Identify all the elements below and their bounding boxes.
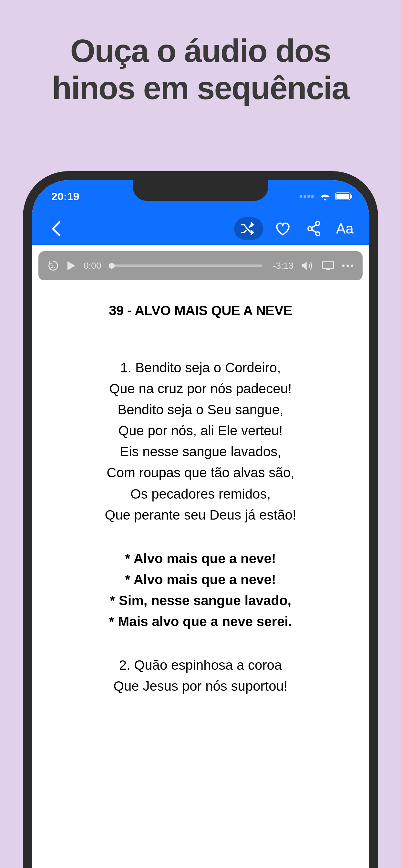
verse-line: Eis nesse sangue lavados,	[45, 441, 356, 462]
hymn-content: 39 - ALVO MAIS QUE A NEVE 1. Bendito sej…	[32, 280, 369, 696]
verse-line: Os pecadores remidos,	[45, 484, 356, 504]
hymn-title: 39 - ALVO MAIS QUE A NEVE	[45, 303, 356, 318]
hymn-verse-1: 1. Bendito seja o Cordeiro, Que na cruz …	[45, 357, 356, 525]
headline-line-2: hinos em sequência	[52, 70, 349, 106]
verse-line: Que Jesus por nós suportou!	[45, 676, 356, 696]
wifi-icon	[319, 192, 331, 201]
phone-notch	[133, 180, 268, 201]
audio-player: 15 0:00 -3:13	[32, 245, 369, 280]
chorus-line: * Alvo mais que a neve!	[45, 569, 356, 590]
verse-line: Que na cruz por nós padeceu!	[45, 378, 356, 399]
svg-rect-2	[351, 195, 352, 198]
promo-headline: Ouça o áudio dos hinos em sequência	[0, 0, 401, 106]
shuffle-button[interactable]	[234, 217, 263, 240]
chorus-line: * Mais alvo que a neve serei.	[45, 611, 356, 632]
font-size-button[interactable]: Aa	[334, 217, 356, 240]
verse-line: Que por nós, ali Ele verteu!	[45, 420, 356, 441]
chorus-line: * Alvo mais que a neve!	[45, 548, 356, 569]
verse-line: Que perante seu Deus já estão!	[45, 504, 356, 525]
share-button[interactable]	[303, 217, 325, 240]
play-button[interactable]	[67, 260, 76, 271]
svg-point-4	[308, 227, 312, 230]
verse-line: 2. Quão espinhosa a coroa	[45, 655, 356, 676]
player-seek-thumb[interactable]	[109, 263, 115, 269]
volume-icon[interactable]	[301, 260, 314, 271]
cellular-dots-icon: ▪▪▪▪	[299, 191, 315, 202]
svg-text:15: 15	[51, 264, 56, 269]
favorite-button[interactable]	[272, 217, 294, 240]
svg-point-9	[346, 265, 349, 267]
status-icons: ▪▪▪▪	[299, 191, 353, 202]
verse-line: Bendito seja o Seu sangue,	[45, 399, 356, 420]
battery-icon	[335, 192, 353, 200]
verse-line: Com roupas que tão alvas são,	[45, 462, 356, 483]
rewind-15-icon[interactable]: 15	[48, 260, 59, 272]
hymn-chorus: * Alvo mais que a neve! * Alvo mais que …	[45, 548, 356, 632]
back-button[interactable]	[45, 217, 67, 240]
svg-point-5	[316, 232, 320, 236]
airplay-icon[interactable]	[322, 260, 334, 271]
more-icon[interactable]	[342, 264, 353, 268]
verse-line: 1. Bendito seja o Cordeiro,	[45, 357, 356, 378]
svg-point-10	[351, 265, 353, 267]
font-size-label: Aa	[336, 221, 353, 237]
svg-rect-1	[336, 194, 349, 199]
player-current-time: 0:00	[84, 260, 101, 271]
status-time: 20:19	[51, 190, 80, 203]
svg-point-8	[342, 265, 345, 267]
headline-line-1: Ouça o áudio dos	[70, 33, 331, 69]
hymn-verse-2: 2. Quão espinhosa a coroa Que Jesus por …	[45, 655, 356, 696]
player-remaining-time: -3:13	[273, 260, 294, 271]
player-seek-track[interactable]	[112, 265, 263, 267]
phone-screen: 20:19 ▪▪▪▪	[32, 180, 369, 868]
phone-frame: 20:19 ▪▪▪▪	[23, 171, 378, 868]
chorus-line: * Sim, nesse sangue lavado,	[45, 590, 356, 611]
nav-bar: Aa	[32, 213, 369, 245]
svg-point-3	[316, 221, 320, 225]
